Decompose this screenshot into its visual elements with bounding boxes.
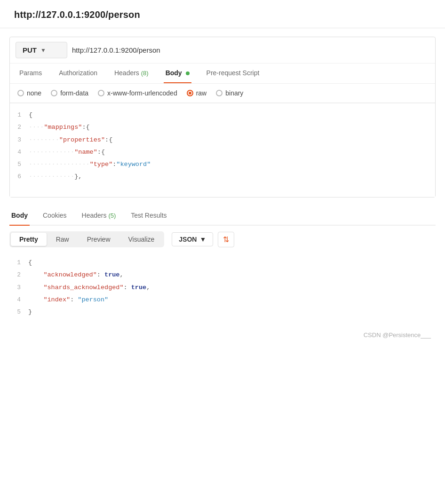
watermark: CSDN @Persistence___ xyxy=(0,322,445,346)
top-url-bar: http://127.0.0.1:9200/person xyxy=(0,0,445,28)
radio-raw-label: raw xyxy=(196,89,207,97)
resp-code-line-1: 1 { xyxy=(9,257,436,269)
resp-code-line-2: 2 "acknowledged": true, xyxy=(9,269,436,281)
response-section: Body Cookies Headers (5) Test Results Pr… xyxy=(9,206,436,322)
tab-pre-request[interactable]: Pre-request Script xyxy=(205,63,262,83)
req-code-line-4: 4 ············"name":{ xyxy=(10,146,435,158)
resp-code-line-5: 5 } xyxy=(9,306,436,318)
radio-raw[interactable]: raw xyxy=(187,89,207,97)
response-tabs-row: Body Cookies Headers (5) Test Results xyxy=(9,206,436,226)
resp-tab-cookies[interactable]: Cookies xyxy=(41,206,69,226)
resp-code-line-3: 3 "shards_acknowledged": true, xyxy=(9,282,436,294)
req-code-line-1: 1 { xyxy=(10,109,435,121)
format-tabs: Pretty Raw Preview Visualize xyxy=(9,231,164,247)
req-code-line-2: 2 ····"mappings":{ xyxy=(10,121,435,134)
method-url-row: PUT ▼ xyxy=(10,37,435,63)
tab-params[interactable]: Params xyxy=(17,63,44,83)
radio-none[interactable]: none xyxy=(17,89,41,97)
request-tabs-row: Params Authorization Headers (8) Body Pr… xyxy=(10,63,435,84)
radio-raw-circle xyxy=(187,90,193,96)
response-code-editor: 1 { 2 "acknowledged": true, 3 "shards_ac… xyxy=(9,253,436,322)
req-code-line-6: 6 ············}, xyxy=(10,171,435,183)
resp-tab-headers[interactable]: Headers (5) xyxy=(80,206,118,226)
body-active-dot xyxy=(186,71,190,75)
wrap-button[interactable]: ⇅ xyxy=(218,232,234,247)
tab-authorization[interactable]: Authorization xyxy=(57,63,99,83)
resp-code-line-4: 4 "index": "person" xyxy=(9,294,436,306)
format-tab-preview[interactable]: Preview xyxy=(79,233,119,246)
req-code-line-5: 5 ················"type":"keyword" xyxy=(10,158,435,171)
radio-binary-circle xyxy=(216,90,222,96)
radio-binary-label: binary xyxy=(225,89,243,97)
radio-urlencoded-label: x-www-form-urlencoded xyxy=(107,89,177,97)
resp-tab-test-results[interactable]: Test Results xyxy=(129,206,168,226)
radio-none-circle xyxy=(17,90,24,96)
method-label: PUT xyxy=(23,46,37,54)
format-tab-pretty[interactable]: Pretty xyxy=(11,233,47,246)
watermark-text: CSDN @Persistence___ xyxy=(364,331,431,339)
tab-headers[interactable]: Headers (8) xyxy=(112,63,151,83)
body-type-row: none form-data x-www-form-urlencoded raw… xyxy=(10,84,435,103)
json-label: JSON xyxy=(179,236,197,243)
radio-form-data-circle xyxy=(51,90,57,96)
radio-urlencoded[interactable]: x-www-form-urlencoded xyxy=(98,89,177,97)
tab-body[interactable]: Body xyxy=(164,63,191,83)
request-section: PUT ▼ Params Authorization Headers (8) B… xyxy=(9,37,436,197)
radio-form-data-label: form-data xyxy=(60,89,88,97)
format-row: Pretty Raw Preview Visualize JSON ▼ ⇅ xyxy=(9,226,436,253)
format-tab-visualize[interactable]: Visualize xyxy=(120,233,163,246)
radio-form-data[interactable]: form-data xyxy=(51,89,88,97)
url-input[interactable] xyxy=(72,46,429,54)
page-url-title: http://127.0.0.1:9200/person xyxy=(14,9,140,20)
resp-tab-body[interactable]: Body xyxy=(9,206,30,226)
radio-none-label: none xyxy=(27,89,41,97)
json-type-dropdown[interactable]: JSON ▼ xyxy=(172,232,213,246)
wrap-icon: ⇅ xyxy=(223,235,229,244)
req-code-line-3: 3 ········"properties":{ xyxy=(10,134,435,146)
chevron-down-icon: ▼ xyxy=(199,236,206,243)
format-tab-raw[interactable]: Raw xyxy=(48,233,78,246)
request-code-editor[interactable]: 1 { 2 ····"mappings":{ 3 ········"proper… xyxy=(10,103,435,197)
method-dropdown[interactable]: PUT ▼ xyxy=(16,42,67,58)
radio-binary[interactable]: binary xyxy=(216,89,243,97)
radio-urlencoded-circle xyxy=(98,90,104,96)
chevron-down-icon: ▼ xyxy=(40,47,46,54)
